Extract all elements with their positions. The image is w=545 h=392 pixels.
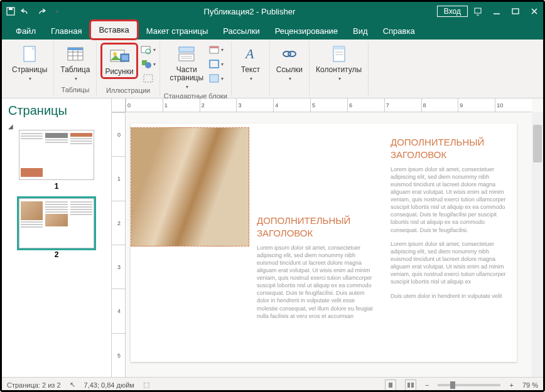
undo-icon[interactable] [21,6,31,16]
ribbon-group-illustrations: Рисунки ▾ ▾ Иллюстрации [97,41,159,96]
chevron-down-icon: ▾ [289,76,291,82]
zoom-out-button[interactable]: − [425,381,429,389]
heading-1[interactable]: ДОПОЛНИТЕЛЬНЫЙ ЗАГОЛОВОК [257,215,375,240]
canvas-area: 012345678910 012345 ДОПОЛНИТЕЛЬНЫЙ ЗАГОЛ… [112,98,543,377]
login-button[interactable]: Вход [437,6,468,17]
group-label [29,85,31,95]
group-label-illustrations: Иллюстрации [106,85,150,95]
column-3: ДОПОЛНИТЕЛЬНЫЙ ЗАГОЛОВОК Lorem ipsum dol… [383,124,517,362]
picture-placeholder-button[interactable] [141,72,156,85]
tab-mailings[interactable]: Рассылки [215,23,267,40]
tab-home[interactable]: Главная [43,23,89,40]
zoom-slider[interactable] [438,384,500,386]
chevron-down-icon: ▾ [186,84,188,90]
pages-button[interactable]: Страницы ▾ [9,43,50,83]
borders-button[interactable]: ▾ [208,57,224,71]
two-page-view-button[interactable] [405,379,416,391]
workspace: Страницы ◢ 1 2 012345678910 012345 [2,98,543,377]
page-indicator[interactable]: Страница: 2 из 2 [7,381,61,389]
calendars-button[interactable]: ▾ [208,43,224,56]
shapes-button[interactable]: ▾ [141,57,156,71]
ads-button[interactable]: ▾ [208,72,224,85]
table-button[interactable]: Таблица ▾ [58,43,92,83]
chevron-down-icon: ▾ [29,76,31,82]
heading-2[interactable]: ДОПОЛНИТЕЛЬНЫЙ ЗАГОЛОВОК [391,136,509,162]
column-1 [131,124,249,362]
ribbon-group-text: A Текст ▾ [232,41,270,96]
body-text-1[interactable]: Lorem ipsum dolor sit amet, consectetuer… [257,244,375,320]
image-placeholder[interactable] [131,127,249,246]
zoom-in-button[interactable]: + [509,381,513,389]
collapse-icon[interactable]: ◢ [6,123,107,130]
close-icon[interactable] [529,6,539,16]
svg-rect-15 [122,55,128,60]
quick-access-toolbar: ▾ [6,6,62,16]
pages-panel: Страницы ◢ 1 2 [2,98,112,377]
svg-point-13 [113,52,117,56]
page-thumb-1[interactable]: 1 [6,130,107,191]
save-icon[interactable] [6,6,16,16]
body-text-4[interactable]: Duis utem dolor in hendrerit in vulputat… [391,292,509,300]
header-footer-icon [329,44,349,64]
svg-rect-20 [144,75,153,82]
chevron-down-icon: ▾ [250,76,252,82]
tab-file[interactable]: Файл [8,23,43,40]
tab-insert[interactable]: Вставка [89,19,138,40]
object-size-icon: ⬚ [143,381,149,389]
single-page-view-button[interactable] [385,379,396,391]
ribbon-group-tables: Таблица ▾ Таблицы [54,41,97,96]
zoom-level[interactable]: 79 % [522,381,538,389]
svg-rect-2 [475,8,481,13]
svg-rect-22 [179,54,194,61]
chevron-down-icon: ▾ [75,76,77,82]
column-2: ДОПОЛНИТЕЛЬНЫЙ ЗАГОЛОВОК Lorem ipsum dol… [249,124,383,362]
tab-view[interactable]: Вид [345,23,375,40]
ruler-corner [112,98,126,112]
title-bar: ▾ Публикация2 - Publisher Вход [2,2,543,21]
svg-rect-37 [407,383,410,388]
svg-point-31 [288,51,296,56]
pages-panel-title: Страницы [6,102,107,123]
links-button[interactable]: Ссылки ▾ [274,43,305,83]
online-pictures-button[interactable]: ▾ [141,43,156,56]
svg-rect-1 [9,8,13,10]
page-parts-button[interactable]: Части страницы ▾ [167,43,206,91]
svg-rect-21 [179,47,194,52]
page-thumb-2[interactable]: 2 [6,198,107,259]
status-bar: Страница: 2 из 2 ↖ 7,43; 0,84 дюйм ⬚ − +… [2,377,543,392]
scrollbar-vertical[interactable] [532,112,543,377]
svg-text:A: A [244,46,254,61]
text-icon: A [240,44,261,64]
text-button[interactable]: A Текст ▾ [235,43,266,83]
page-icon [19,44,40,64]
tab-review[interactable]: Рецензирование [267,23,345,40]
svg-rect-28 [210,75,219,82]
ribbon-group-building-blocks: Части страницы ▾ ▾ ▾ ▾ Стандартные блоки [160,41,232,96]
body-text-2[interactable]: Lorem ipsum dolor sit amet, consectetuer… [391,166,509,234]
svg-point-19 [145,62,151,68]
link-icon [279,44,299,64]
ruler-vertical: 012345 [112,112,126,377]
tab-help[interactable]: Справка [375,23,423,40]
svg-rect-27 [210,60,219,68]
minimize-icon[interactable] [492,6,502,16]
group-label-tables: Таблицы [61,85,89,95]
pictures-button[interactable]: Рисунки [100,43,138,79]
header-footer-button[interactable]: Колонтитулы ▾ [313,43,364,83]
ribbon-options-icon[interactable] [473,6,483,16]
ribbon-tabs: Файл Главная Вставка Макет страницы Расс… [2,21,543,40]
ribbon-group-header-footer: Колонтитулы ▾ [310,41,369,96]
page-number-2: 2 [6,250,107,259]
svg-rect-36 [389,383,392,388]
redo-icon[interactable] [36,6,46,16]
ribbon: Страницы ▾ Таблица ▾ Таблицы Рисунки ▾ ▾ [2,40,543,98]
qat-dropdown-icon[interactable]: ▾ [52,6,62,16]
svg-rect-11 [68,48,83,50]
tab-page-layout[interactable]: Макет страницы [139,23,216,40]
window-controls [473,6,539,16]
body-text-3[interactable]: Lorem ipsum dolor sit amet, consectetuer… [391,240,509,286]
pointer-icon: ↖ [70,381,75,389]
page-number-1: 1 [6,182,107,191]
maximize-icon[interactable] [510,6,521,16]
document-page[interactable]: ДОПОЛНИТЕЛЬНЫЙ ЗАГОЛОВОК Lorem ipsum dol… [131,124,517,362]
